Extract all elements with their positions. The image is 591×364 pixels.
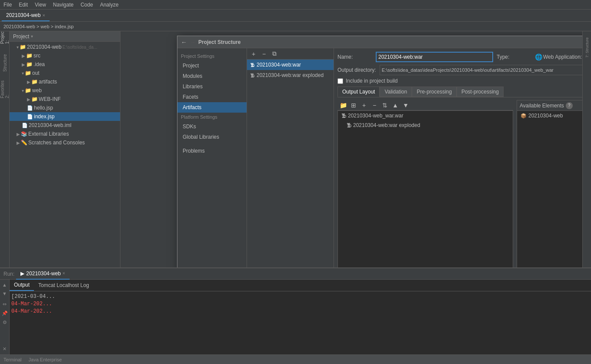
output-dir-input[interactable] [380, 65, 591, 75]
nav-libraries[interactable]: Libraries [177, 81, 247, 92]
arrow-icon: ▶ [27, 80, 30, 84]
module-icon: 📦 [521, 113, 527, 119]
tab-close-icon[interactable]: × [42, 13, 45, 18]
output-item-exploded[interactable]: 🗜 20210304-web:war exploded [338, 120, 513, 130]
output-tree: 🗜 20210304-web_war.war 🗜 20210304-web:wa… [337, 110, 513, 267]
dialog-titlebar: ← → Project Structure ✕ [177, 36, 591, 48]
side-icon-favorites[interactable]: 2: Favorites [1, 85, 9, 93]
output-tree-down-btn[interactable]: ▼ [401, 100, 411, 110]
menu-file[interactable]: File [3, 2, 12, 8]
tree-item-web[interactable]: ▾ 📁 web [10, 86, 120, 95]
folder-icon: 📁 [31, 96, 38, 102]
settings-btn[interactable]: ⚙ [2, 319, 8, 326]
output-dir-row: Output directory: 📁 [337, 65, 591, 75]
arrow-icon: ▶ [22, 53, 25, 58]
artifacts-list-panel: + − ⧉ 🗜 20210304-web:war 🗜 20210304-web:… [247, 48, 334, 267]
tree-label: src [33, 53, 40, 59]
menu-view[interactable]: View [35, 2, 46, 8]
nav-problems[interactable]: Problems [177, 146, 247, 156]
bottom-log: [2021-03-04... 04-Mar-202... 04-Mar-202.… [10, 291, 591, 354]
artifacts-toolbar: + − ⧉ [247, 48, 334, 60]
menu-code[interactable]: Code [80, 2, 93, 8]
nav-sdks[interactable]: SDKs [177, 121, 247, 132]
tab-output-layout[interactable]: Output Layout [337, 87, 380, 97]
menu-analyze[interactable]: Analyze [100, 2, 119, 8]
side-icon-project[interactable]: 1: Project [1, 33, 9, 41]
tab-project[interactable]: 20210304-web × [2, 10, 50, 21]
breadcrumb-text: 20210304-web > web > index.jsp [3, 24, 73, 29]
output-tree-add-btn[interactable]: + [359, 100, 369, 110]
tree-item-idea[interactable]: ▶ 📁 .idea [10, 60, 120, 69]
bottom-log-area: Output Tomcat Localhost Log [2021-03-04.… [10, 280, 591, 354]
arrow-icon: ▾ [17, 45, 19, 50]
arrow-icon: ▶ [27, 97, 30, 102]
war-icon: 🗜 [250, 63, 255, 67]
artifact-war-exploded[interactable]: 🗜 20210304-web:war exploded [247, 70, 334, 80]
copy-artifact-button[interactable]: ⧉ [270, 49, 279, 59]
folder-icon: 📁 [26, 53, 33, 59]
tree-item-src[interactable]: ▶ 📁 src [10, 51, 120, 60]
run-label: Run: [3, 271, 14, 277]
close-btn[interactable]: ✕ [2, 345, 7, 353]
back-icon[interactable]: ← [181, 39, 187, 46]
scroll-down-btn[interactable]: ▼ [1, 290, 8, 297]
output-tree-sort-btn[interactable]: ⇅ [380, 100, 390, 110]
name-input[interactable] [376, 52, 493, 62]
status-terminal[interactable]: Terminal [3, 357, 22, 362]
include-in-build-label[interactable]: Include in project build [346, 78, 397, 84]
tree-item-root[interactable]: ▾ 📁 20210304-web E:\softs\idea_da... [10, 43, 120, 51]
add-artifact-button[interactable]: + [249, 49, 258, 59]
panel-dropdown-icon[interactable]: ▾ [31, 34, 33, 39]
nav-artifacts[interactable]: Artifacts [177, 102, 247, 113]
status-bar: Terminal Java Enterprise [0, 354, 591, 364]
tree-label: .idea [33, 61, 45, 67]
pin-btn[interactable]: 📌 [1, 310, 9, 317]
nav-global-libs[interactable]: Global Libraries [177, 132, 247, 142]
tab-tomcat-log[interactable]: Tomcat Localhost Log [34, 280, 93, 291]
side-icon-structure[interactable]: Structure [1, 59, 9, 67]
output-tree-remove-btn[interactable]: − [370, 100, 379, 110]
forward-icon[interactable]: → [190, 39, 196, 46]
output-tree-module-btn[interactable]: ⊞ [349, 100, 358, 110]
run-tab[interactable]: ▶ 20210304-web × [16, 268, 69, 280]
tab-preprocessing[interactable]: Pre-processing [412, 87, 457, 97]
output-tree-up-btn[interactable]: ▲ [391, 100, 400, 110]
tree-item-artifacts[interactable]: ▶ 📁 artifacts [10, 77, 120, 86]
tree-item-scratches[interactable]: ▶ ✏️ Scratches and Consoles [10, 138, 120, 147]
tree-item-external-libs[interactable]: ▶ 📚 External Libraries [10, 130, 120, 138]
tab-postprocessing[interactable]: Post-processing [457, 87, 504, 97]
tab-output[interactable]: Output [10, 280, 34, 291]
wrap-btn[interactable]: ⇔ [2, 301, 7, 308]
project-settings-label: Project Settings [177, 52, 247, 60]
nav-facets[interactable]: Facets [177, 92, 247, 102]
artifact-war[interactable]: 🗜 20210304-web:war [247, 60, 334, 70]
menu-navigate[interactable]: Navigate [53, 2, 73, 8]
tree-item-out[interactable]: ▾ 📁 out [10, 69, 120, 77]
arrow-icon: ▾ [22, 88, 24, 93]
scroll-up-btn[interactable]: ▲ [1, 281, 8, 288]
name-row: Name: Type: 🌐 Web Application: Archive ▾ [337, 52, 591, 62]
available-item-label: 20210304-web [528, 113, 563, 119]
menu-edit[interactable]: Edit [19, 2, 28, 8]
tree-item-index-jsp[interactable]: 📄 index.jsp [10, 112, 120, 121]
output-item-war[interactable]: 🗜 20210304-web_war.war [338, 111, 513, 120]
panel-title: Project [13, 33, 29, 40]
tab-validation[interactable]: Validation [380, 87, 412, 97]
available-item-module[interactable]: 📦 20210304-web [517, 111, 591, 120]
folder-icon: 📁 [26, 61, 33, 67]
status-java-enterprise[interactable]: Java Enterprise [29, 357, 62, 362]
run-tab-close[interactable]: × [63, 271, 65, 276]
tree-item-hello-jsp[interactable]: 📄 hello.jsp [10, 104, 120, 112]
nav-modules[interactable]: Modules [177, 71, 247, 81]
tree-label: 20210304-web [27, 44, 61, 50]
nav-project[interactable]: Project [177, 60, 247, 71]
help-icon[interactable]: ? [566, 102, 573, 109]
main-window: File Edit View Navigate Code Analyze 202… [0, 0, 591, 364]
include-in-build-checkbox[interactable] [337, 78, 343, 84]
remove-artifact-button[interactable]: − [259, 49, 269, 59]
tree-item-webinf[interactable]: ▶ 📁 WEB-INF [10, 95, 120, 104]
log-line-0: [2021-03-04... [11, 293, 589, 301]
tree-item-iml[interactable]: 📄 20210304-web.iml [10, 121, 120, 130]
menu-bar: File Edit View Navigate Code Analyze [0, 0, 591, 10]
output-tree-folder-btn[interactable]: 📁 [338, 100, 348, 110]
